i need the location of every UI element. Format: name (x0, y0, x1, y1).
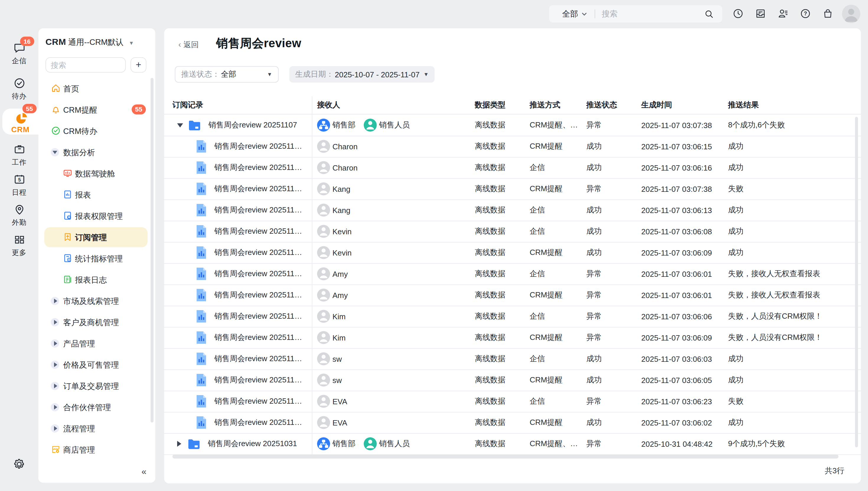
caret-circle-open-icon (51, 148, 59, 156)
sidebar-item-报表权限管理[interactable]: 报表权限管理 (38, 205, 155, 227)
clock-icon-button[interactable] (732, 8, 744, 20)
rail-item-更多[interactable]: 更多 (0, 233, 38, 258)
table-row[interactable]: 销售周会review 202511… Amy 离线数据 CRM提醒 异常 202… (164, 285, 861, 306)
push-method-cell: CRM提醒 (525, 327, 582, 348)
caret-circle-closed-icon (51, 424, 59, 433)
table-row[interactable]: 销售周会review 202511… Kang 离线数据 CRM提醒 异常 20… (164, 178, 861, 200)
contacts-icon-button[interactable] (777, 8, 789, 20)
rail-item-工作[interactable]: 工作 (0, 143, 38, 168)
global-search[interactable]: 全部 (549, 5, 722, 22)
bag-icon (822, 8, 834, 20)
sidebar-item-市场及线索管理[interactable]: 市场及线索管理 (38, 290, 155, 312)
workspace-switcher[interactable]: CRM 通用--CRM默认 ▼ (46, 36, 149, 48)
sidebar-item-数据驾驶舱[interactable]: 数据驾驶舱 (38, 163, 155, 184)
sidebar-item-CRM提醒[interactable]: CRM提醒55 (38, 99, 155, 120)
badge: 55 (132, 105, 146, 115)
user-avatar (317, 395, 330, 408)
sidebar-item-统计指标管理[interactable]: 统计指标管理 (38, 248, 155, 269)
settings-gear-icon[interactable] (13, 458, 25, 470)
rail-item-日程[interactable]: 5日程 (0, 173, 38, 198)
data-type-cell: 离线数据 (470, 221, 525, 242)
sidebar-item-产品管理[interactable]: 产品管理 (38, 333, 155, 354)
sidebar-item-流程管理[interactable]: 流程管理 (38, 418, 155, 439)
caret-circle-closed-icon (51, 297, 59, 305)
sidebar-item-label: 统计指标管理 (75, 254, 123, 264)
push-result-cell: 失败，接收人无权查看报表 (723, 263, 861, 285)
add-button[interactable]: + (131, 57, 146, 73)
clock-icon (732, 8, 744, 20)
table-row[interactable]: 销售周会review 202511… sw 离线数据 企信 成功 2025-11… (164, 348, 861, 370)
table-row[interactable]: 销售周会review 202511… Kim 离线数据 企信 异常 2025-1… (164, 306, 861, 327)
sidebar-item-订单及交易管理[interactable]: 订单及交易管理 (38, 375, 155, 397)
search-icon[interactable] (704, 9, 714, 19)
person-icon (317, 182, 330, 195)
table-header: 订阅记录接收人数据类型推送方式推送状态生成时间推送结果 (164, 96, 861, 115)
push-status-filter[interactable]: 推送状态： 全部 ▼ (175, 66, 279, 83)
table-row[interactable]: 销售周会review 202511… Kim 离线数据 CRM提醒 异常 202… (164, 327, 861, 349)
table-row[interactable]: 销售周会review 202511… sw 离线数据 CRM提醒 成功 2025… (164, 370, 861, 391)
table-row[interactable]: 销售周会review 202511… Kevin 离线数据 企信 成功 2025… (164, 221, 861, 242)
receiver-chip: Kevin (317, 246, 352, 259)
receiver-name: Charon (332, 163, 358, 172)
receiver-chip: Amy (317, 289, 348, 301)
rail-item-待办[interactable]: 待办 (0, 77, 38, 102)
inbox-icon-button[interactable] (755, 8, 766, 20)
receiver-chip: sw (317, 374, 342, 386)
caret-down-icon: ▼ (423, 71, 429, 77)
table-row[interactable]: 销售周会review 202511… Charon 离线数据 CRM提醒 成功 … (164, 136, 861, 157)
sidebar-item-客户及商机管理[interactable]: 客户及商机管理 (38, 312, 155, 333)
help-icon-button[interactable]: ? (800, 8, 811, 20)
calendar-icon: 5 (13, 173, 26, 186)
receiver-name: Kim (332, 312, 346, 321)
push-method-cell: CRM提醒 (525, 370, 582, 391)
collapse-sidebar-button[interactable]: « (141, 466, 146, 476)
person-icon (317, 267, 330, 280)
generate-date-filter[interactable]: 生成日期： 2025-10-07 - 2025-11-07 ▼ (289, 66, 435, 83)
log-icon (63, 275, 73, 285)
table-row[interactable]: 销售周会review 202511… Amy 离线数据 企信 异常 2025-1… (164, 263, 861, 285)
svg-text:5: 5 (18, 177, 21, 182)
sidebar-item-合作伙伴管理[interactable]: 合作伙伴管理 (38, 397, 155, 418)
table-row[interactable]: 销售周会review 202511… Charon 离线数据 企信 成功 202… (164, 157, 861, 179)
sidebar-search-input[interactable] (46, 57, 126, 73)
sidebar-item-数据分析[interactable]: 数据分析 (38, 142, 155, 163)
sidebar-item-商店管理[interactable]: 商店管理 (38, 439, 155, 460)
person-icon (317, 161, 330, 174)
push-result-cell: 失败，接收人无权查看报表 (723, 285, 861, 306)
table-row[interactable]: 销售周会review 202511… EVA 离线数据 企信 异常 2025-1… (164, 391, 861, 412)
avatar[interactable] (842, 5, 860, 23)
search-input[interactable] (600, 9, 692, 19)
push-result-cell: 成功 (723, 221, 861, 242)
back-button[interactable]: ‹返回 (178, 39, 199, 50)
generated-time-cell: 2025-11-07 03:06:02 (637, 412, 723, 433)
rail-item-企信[interactable]: 企信 (0, 41, 38, 66)
table-row[interactable]: 销售周会review 202511… Kang 离线数据 企信 成功 2025-… (164, 200, 861, 221)
collapse-caret-icon[interactable] (177, 441, 181, 447)
expand-caret-icon[interactable] (177, 123, 183, 127)
search-scope-dropdown[interactable]: 全部 (562, 8, 587, 19)
vertical-scrollbar[interactable] (855, 117, 858, 447)
user-avatar (317, 267, 330, 280)
sidebar-scrollbar[interactable] (150, 78, 153, 423)
inbox-icon (755, 8, 766, 20)
report-file-icon (195, 139, 207, 153)
table-row[interactable]: 销售周会review 202511… EVA 离线数据 CRM提醒 成功 202… (164, 412, 861, 434)
caret-circle-closed-icon (51, 382, 59, 390)
sidebar-item-报表日志[interactable]: 报表日志 (38, 269, 155, 290)
horizontal-scrollbar[interactable] (172, 455, 838, 459)
rail-item-外勤[interactable]: 外勤 (0, 203, 38, 228)
table-row[interactable]: 销售周会review 202511… Kevin 离线数据 CRM提醒 成功 2… (164, 242, 861, 264)
table-group-row[interactable]: 销售周会review 20251031 销售部销售人员 离线数据 CRM提醒、…… (164, 433, 861, 455)
data-type-cell: 离线数据 (470, 242, 525, 263)
sidebar-item-订阅管理[interactable]: 订阅管理 (38, 227, 155, 248)
receiver-name: EVA (332, 418, 347, 427)
sidebar-item-报表[interactable]: 报表 (38, 184, 155, 205)
sidebar-item-价格及可售管理[interactable]: 价格及可售管理 (38, 354, 155, 375)
sidebar-item-label: 流程管理 (63, 424, 95, 434)
receivers-cell: sw (312, 348, 470, 370)
bag-icon-button[interactable] (822, 8, 834, 20)
sidebar-item-首页[interactable]: 首页 (38, 78, 155, 99)
sidebar-item-CRM待办[interactable]: CRM待办 (38, 120, 155, 142)
table-group-row[interactable]: 销售周会review 20251107 销售部销售人员 离线数据 CRM提醒、…… (164, 115, 861, 136)
receivers-cell: Amy (312, 263, 470, 285)
